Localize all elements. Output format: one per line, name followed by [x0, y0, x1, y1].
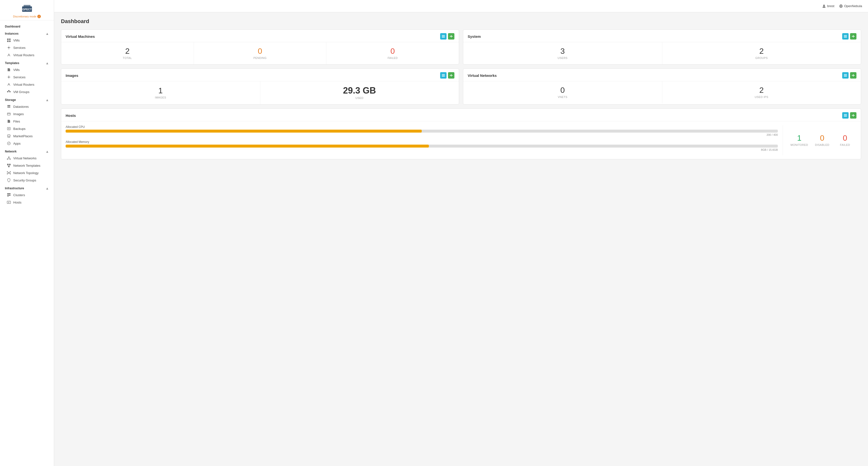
cpu-bar-track	[66, 130, 778, 133]
topbar: brest OpenNebula	[54, 0, 868, 12]
images-used-label: USED	[355, 97, 364, 99]
widget-header-vnets: Virtual Networks	[463, 69, 861, 81]
svg-rect-42	[852, 36, 855, 37]
dashboard-grid: Virtual Machines 2 TOTAL	[61, 30, 861, 159]
system-stat-groups: 2 GROUPS	[662, 42, 861, 64]
clusters-icon	[7, 193, 11, 197]
collapse-instances-icon[interactable]: ▲	[45, 32, 49, 36]
section-network: Network ▲	[0, 147, 54, 155]
svg-rect-9	[7, 91, 8, 92]
sidebar-label: Services	[13, 75, 26, 79]
sidebar-item-hosts[interactable]: Hosts	[0, 199, 54, 206]
vm-list-button[interactable]	[440, 33, 446, 39]
file-icon	[7, 68, 11, 72]
vnets-add-button[interactable]	[850, 72, 857, 78]
svg-rect-47	[450, 75, 453, 76]
globe-icon	[839, 4, 843, 8]
widget-actions-system	[842, 33, 857, 39]
system-list-button[interactable]	[842, 33, 848, 39]
memory-bar-label: Allocated Memory	[66, 140, 778, 144]
sidebar-item-virtual-routers-instances[interactable]: Virtual Routers	[0, 51, 54, 59]
hosts-add-button[interactable]	[850, 112, 857, 119]
services-icon	[7, 46, 11, 49]
sidebar-item-network-topology[interactable]: Network Topology	[0, 169, 54, 176]
cpu-bar-label: Allocated CPU	[66, 125, 778, 129]
sidebar-item-marketplaces[interactable]: MarketPlaces	[0, 132, 54, 140]
section-templates: Templates ▲	[0, 59, 54, 66]
images-count-label: IMAGES	[155, 96, 166, 99]
files-icon	[7, 119, 11, 123]
svg-rect-49	[844, 75, 847, 76]
plus-icon	[450, 74, 453, 77]
system-add-button[interactable]	[850, 33, 857, 39]
sidebar-item-backups[interactable]: Backups	[0, 125, 54, 132]
vm-stat-pending: 0 PENDING	[194, 42, 327, 64]
collapse-network-icon[interactable]: ▲	[45, 149, 49, 154]
svg-rect-48	[844, 74, 847, 75]
collapse-storage-icon[interactable]: ▲	[45, 98, 49, 102]
vnets-stat-count: 0 VNETS	[463, 81, 662, 103]
sidebar-item-apps[interactable]: Apps	[0, 140, 54, 147]
grid-icon	[7, 38, 11, 42]
vm-total-label: TOTAL	[123, 57, 132, 59]
topbar-user[interactable]: brest	[822, 4, 834, 8]
section-infrastructure: Infrastructure ▲	[0, 184, 54, 191]
network-tmpl-icon	[7, 164, 11, 167]
list-icon	[844, 74, 847, 77]
sidebar-item-vm-groups-templates[interactable]: VM Groups	[0, 88, 54, 96]
sidebar-item-services-instances[interactable]: Services	[0, 44, 54, 51]
svg-rect-19	[7, 164, 9, 165]
sidebar-item-virtual-routers-templates[interactable]: Virtual Routers	[0, 81, 54, 88]
hosts-monitored-label: MONITORED	[790, 143, 808, 146]
svg-rect-52	[852, 75, 855, 76]
sidebar-item-vms-templates[interactable]: VMs	[0, 66, 54, 73]
widget-actions-vnets	[842, 72, 857, 78]
collapse-infrastructure-icon[interactable]: ▲	[45, 186, 49, 190]
sidebar-item-datastores[interactable]: Datastores	[0, 103, 54, 110]
sidebar-label: Virtual Networks	[13, 156, 36, 160]
sidebar-item-vms-instances[interactable]: VMs	[0, 37, 54, 44]
system-groups-label: GROUPS	[755, 57, 768, 59]
sidebar-item-images[interactable]: Images	[0, 110, 54, 118]
svg-rect-39	[844, 36, 847, 37]
vm-pending-value: 0	[258, 47, 262, 55]
main-area: brest OpenNebula Dashboard Virtual Machi…	[54, 0, 868, 466]
sidebar-item-security-groups[interactable]: Security Groups	[0, 176, 54, 184]
sidebar-label: Virtual Routers	[13, 83, 34, 87]
sidebar-label: Backups	[13, 127, 26, 131]
sidebar-item-network-templates[interactable]: Network Templates	[0, 162, 54, 169]
topbar-nebula[interactable]: OpenNebula	[839, 4, 862, 8]
vnets-list-button[interactable]	[842, 72, 848, 78]
router-icon	[7, 53, 11, 57]
widget-system: System 3 USERS	[463, 30, 861, 65]
widget-title-vnets: Virtual Networks	[468, 73, 497, 77]
hosts-disabled-value: 0	[820, 134, 825, 142]
sidebar-label: Network Templates	[13, 164, 40, 167]
sidebar-item-virtual-networks[interactable]: Virtual Networks	[0, 155, 54, 162]
svg-rect-45	[442, 76, 445, 77]
svg-rect-29	[7, 196, 9, 197]
widget-body-vm: 2 TOTAL 0 PENDING 0 FAILED	[61, 42, 459, 64]
vm-add-button[interactable]	[448, 33, 455, 39]
svg-rect-11	[8, 90, 9, 91]
hosts-list-button[interactable]	[842, 112, 848, 119]
widget-title-vm: Virtual Machines	[66, 34, 95, 38]
images-list-button[interactable]	[440, 72, 446, 78]
sidebar-item-files[interactable]: Files	[0, 118, 54, 125]
svg-rect-50	[844, 76, 847, 77]
collapse-templates-icon[interactable]: ▲	[45, 61, 49, 65]
svg-rect-38	[844, 35, 847, 36]
svg-rect-33	[442, 35, 445, 36]
hosts-disabled-label: DISABLED	[815, 143, 829, 146]
hosts-stat-disabled: 0 DISABLED	[811, 125, 834, 155]
sidebar-label: Files	[13, 120, 20, 123]
svg-rect-3	[7, 38, 9, 40]
cpu-bar-fill	[66, 130, 422, 133]
svg-rect-30	[7, 201, 10, 203]
svg-rect-34	[442, 36, 445, 37]
images-add-button[interactable]	[448, 72, 455, 78]
gpect-logo: GPECT	[21, 4, 33, 14]
sidebar-item-clusters[interactable]: Clusters	[0, 191, 54, 199]
sidebar-item-services-templates[interactable]: Services	[0, 73, 54, 81]
sidebar-label: Images	[13, 112, 24, 116]
